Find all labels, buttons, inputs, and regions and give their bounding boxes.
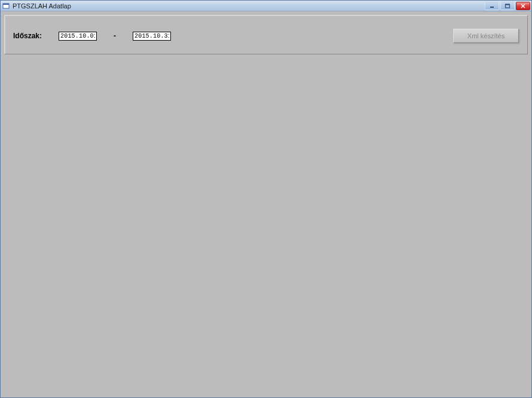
svg-rect-2 [490,7,494,8]
filter-panel: Időszak: - Xml készítés [4,15,528,54]
xml-generate-button[interactable]: Xml készítés [453,29,519,43]
date-separator: - [114,32,116,40]
window-controls [485,2,530,10]
svg-rect-4 [506,4,510,5]
period-label: Időszak: [13,32,42,40]
window-title: PTGSZLAH Adatlap [13,2,485,10]
content-area: Időszak: - Xml készítés [1,11,531,397]
app-icon [2,2,10,10]
date-from-input[interactable] [59,32,97,41]
application-window: PTGSZLAH Adatlap Idős [0,0,532,398]
date-to-input[interactable] [133,32,171,41]
maximize-button[interactable] [500,2,515,10]
titlebar[interactable]: PTGSZLAH Adatlap [1,1,531,11]
svg-rect-1 [3,4,9,5]
minimize-button[interactable] [485,2,499,10]
close-button[interactable] [516,2,530,10]
